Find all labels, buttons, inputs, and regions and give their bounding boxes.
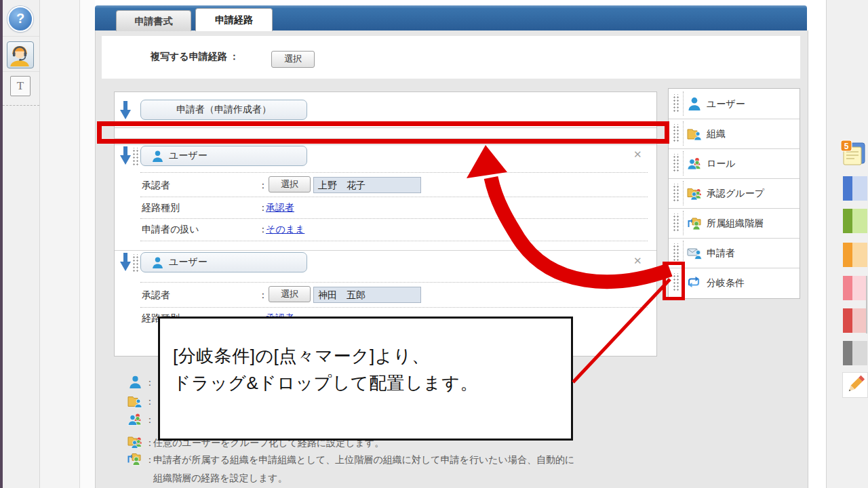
user-node-label: ユーザー	[169, 256, 208, 268]
legend-colon: ：	[145, 396, 155, 408]
colon: ：	[258, 287, 268, 302]
approver-label: 承認者	[142, 287, 170, 302]
palette-divider	[683, 92, 684, 116]
text-tool-icon[interactable]: T	[10, 76, 31, 96]
row-divider	[140, 282, 648, 283]
block-divider	[115, 144, 656, 145]
scrollbar-hint[interactable]	[866, 276, 867, 333]
note-count-badge: 5	[844, 142, 849, 151]
drag-handle[interactable]	[672, 94, 679, 113]
org-hierarchy-icon	[687, 216, 702, 230]
user-node-button[interactable]: ユーザー	[140, 252, 307, 272]
user-icon	[151, 150, 164, 163]
row-divider	[140, 307, 648, 308]
note-color-blue[interactable]	[843, 176, 867, 201]
callout-box: [分岐条件]の[点々マーク]より、 ドラッグ&ドロップして配置します。	[158, 317, 573, 441]
organization-icon	[687, 126, 702, 141]
role-icon	[127, 412, 142, 426]
note-color-pink[interactable]	[843, 276, 867, 300]
palette-item-label: 所属組織階層	[707, 208, 764, 238]
palette-item-label: 分岐条件	[707, 268, 745, 298]
user-node-button[interactable]: ユーザー	[140, 146, 307, 166]
drag-handle[interactable]	[132, 254, 139, 272]
drag-handle[interactable]	[672, 184, 679, 203]
drag-handle[interactable]	[672, 154, 679, 173]
palette-item-role[interactable]: ロール	[669, 148, 800, 179]
user-icon	[687, 96, 702, 111]
highlight-drag-handle	[663, 262, 685, 300]
toolbar-divider	[3, 71, 39, 72]
applicant-icon	[687, 245, 702, 260]
operator-support-icon[interactable]	[7, 41, 34, 68]
row-divider	[140, 218, 648, 219]
pencil-tool-icon[interactable]	[843, 373, 867, 397]
approver-label: 承認者	[142, 178, 170, 192]
copy-route-select-button[interactable]: 選択	[271, 51, 315, 68]
palette-divider	[683, 151, 684, 176]
drag-handle[interactable]	[132, 148, 139, 166]
palette-item-approval-group[interactable]: 承認グループ	[669, 178, 800, 209]
route-type-link[interactable]: 承認者	[266, 200, 294, 215]
note-color-green[interactable]	[843, 209, 867, 233]
legend-text-continuation: 組織階層の経路を設定します。	[153, 472, 288, 485]
palette-item-label: 承認グループ	[707, 178, 764, 208]
user-icon	[128, 375, 143, 389]
approval-group-icon	[687, 186, 702, 201]
block-divider	[115, 250, 656, 251]
guide-line	[79, 0, 80, 488]
palette-divider	[683, 181, 684, 205]
palette-item-label: ロール	[707, 148, 736, 178]
row-divider	[140, 172, 648, 173]
approver-select-button[interactable]: 選択	[269, 176, 311, 192]
legend-colon: ：	[145, 377, 155, 389]
colon: ：	[258, 178, 268, 192]
palette-item-org-hierarchy[interactable]: 所属組織階層	[669, 208, 800, 239]
approver-select-button[interactable]: 選択	[269, 286, 311, 302]
row-divider	[140, 197, 648, 197]
org-hierarchy-icon	[127, 451, 142, 466]
toolbar-divider	[3, 36, 39, 37]
palette-item-label: ユーザー	[707, 89, 745, 119]
applicant-handling-label: 申請者の扱い	[142, 222, 199, 237]
approver-name-field[interactable]: 神田 五郎	[313, 287, 421, 303]
drag-handle[interactable]	[672, 243, 679, 262]
note-color-orange[interactable]	[843, 243, 867, 267]
tab-application-route[interactable]: 申請経路	[195, 8, 273, 31]
note-color-red[interactable]	[843, 308, 867, 333]
start-node-label: 申請者（申請作成者）	[176, 104, 271, 116]
flow-down-arrow-icon	[120, 253, 131, 274]
note-color-gray[interactable]	[843, 341, 867, 365]
left-toolbar: ? T	[3, 0, 40, 488]
left-gap-inner	[80, 0, 95, 488]
approver-name-field[interactable]: 上野 花子	[313, 177, 421, 193]
close-icon[interactable]: ✕	[633, 256, 642, 266]
user-node-label: ユーザー	[169, 150, 208, 162]
close-icon[interactable]: ✕	[633, 149, 642, 159]
drag-handle[interactable]	[672, 214, 679, 232]
drag-handle[interactable]	[672, 124, 679, 143]
copy-route-panel: 複写する申請経路 ： 選択	[102, 36, 800, 79]
flow-down-arrow-icon	[120, 101, 131, 122]
note-tool-icon[interactable]: 5	[840, 140, 866, 171]
operator-avatar	[7, 42, 32, 66]
approval-group-icon	[127, 434, 142, 449]
callout-line-2: ドラッグ&ドロップして配置します。	[173, 371, 478, 395]
start-node-button[interactable]: 申請者（申請作成者）	[140, 100, 307, 120]
palette-item-branch-condition[interactable]: 分岐条件	[669, 268, 800, 298]
palette-item-label: 組織	[707, 119, 726, 148]
left-gap	[40, 0, 79, 488]
row-divider	[140, 241, 648, 241]
user-icon	[151, 256, 164, 269]
legend-colon: ：	[145, 414, 155, 426]
route-type-label: 経路種別	[142, 200, 180, 215]
help-icon[interactable]: ?	[7, 6, 33, 32]
palette-item-applicant[interactable]: 申請者	[669, 238, 800, 268]
legend-text: 申請者が所属する組織を申請組織として、上位階層の組織に対して申請を行いたい場合、…	[153, 454, 574, 466]
tab-application-form[interactable]: 申請書式	[116, 10, 191, 31]
applicant-handling-link[interactable]: そのまま	[266, 222, 304, 237]
palette-item-organization[interactable]: 組織	[669, 119, 800, 149]
palette-item-user[interactable]: ユーザー	[669, 89, 800, 119]
page: ? T 申請書式 申請経路 複写する申請経路 ： 選択	[0, 0, 868, 488]
toolbar-dashed-divider	[3, 105, 39, 106]
sticky-note-toolbar: 5	[827, 0, 868, 488]
